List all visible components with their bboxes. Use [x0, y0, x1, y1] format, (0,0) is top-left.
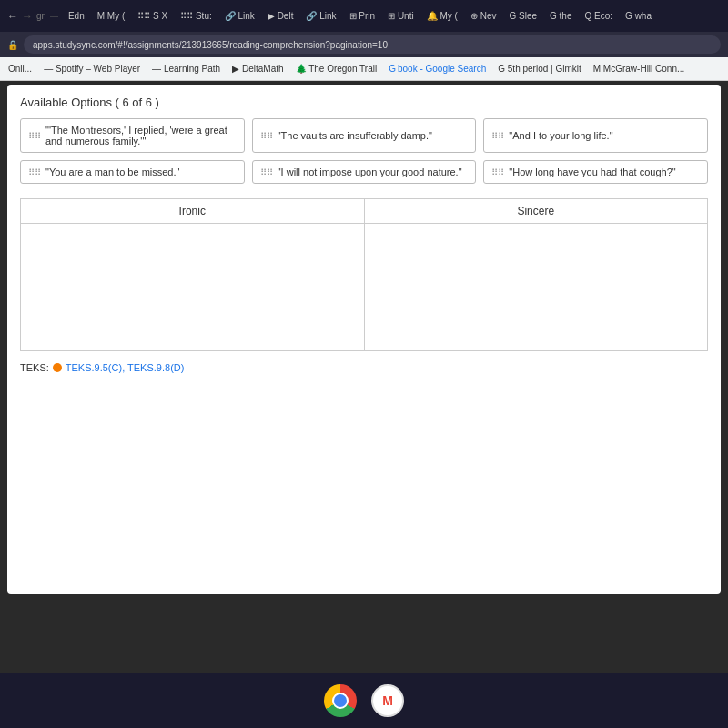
bookmark-oregon[interactable]: 🌲 The Oregon Trail: [291, 62, 382, 76]
gmail-taskbar-icon[interactable]: M: [371, 684, 404, 717]
section-title: Available Options ( 6 of 6 ): [20, 96, 708, 109]
column-sincere: Sincere: [364, 199, 708, 224]
tab-label-gr: gr: [36, 11, 45, 21]
sort-table-row: [21, 224, 708, 351]
bookmark-google-search[interactable]: G book - Google Search: [384, 62, 490, 76]
tab-edn[interactable]: Edn: [64, 9, 89, 23]
tab-delt[interactable]: ▶ Delt: [263, 9, 298, 23]
sort-table: Ironic Sincere: [20, 198, 708, 351]
bookmarks-bar: Onli... — Spotify – Web Player — Learnin…: [0, 57, 728, 81]
option-card-4[interactable]: ⠿⠿ "You are a man to be missed.": [20, 160, 245, 184]
taskbar: M: [0, 673, 728, 728]
column-ironic: Ironic: [21, 199, 365, 224]
option-card-6[interactable]: ⠿⠿ "How long have you had that cough?": [483, 160, 708, 184]
address-input[interactable]: [24, 35, 721, 54]
drag-handle-4: ⠿⠿: [28, 167, 41, 177]
teks-circle-icon: [53, 363, 62, 372]
teks-footer: TEKS: TEKS.9.5(C), TEKS.9.8(D): [20, 362, 708, 373]
browser-tab-bar: ← → gr — Edn M My ( ⠿⠿ S X ⠿⠿ Stu: 🔗 Lin…: [0, 0, 728, 32]
tab-myg[interactable]: M My (: [93, 9, 130, 23]
tab-unti[interactable]: ⊞ Unti: [383, 9, 419, 23]
option-card-1[interactable]: ⠿⠿ "'The Montresors,' I replied, 'were a…: [20, 118, 245, 153]
tab-link2[interactable]: 🔗 Link: [301, 9, 340, 23]
sincere-drop-zone[interactable]: [364, 224, 708, 351]
tab-slee[interactable]: G Slee: [504, 9, 541, 23]
bookmark-learning[interactable]: — Learning Path: [147, 62, 225, 76]
page-content: Available Options ( 6 of 6 ) ⠿⠿ "'The Mo…: [7, 85, 721, 594]
bookmark-onli[interactable]: Onli...: [4, 62, 36, 76]
option-card-5[interactable]: ⠿⠿ "I will not impose upon your good nat…: [252, 160, 477, 184]
tab-eco[interactable]: Q Eco:: [581, 9, 618, 23]
bookmark-mcgrawhill[interactable]: M McGraw-Hill Conn...: [589, 62, 690, 76]
option-card-3[interactable]: ⠿⠿ "And I to your long life.": [483, 118, 708, 153]
teks-codes[interactable]: TEKS.9.5(C), TEKS.9.8(D): [66, 362, 185, 373]
bookmark-spotify[interactable]: — Spotify – Web Player: [39, 62, 145, 76]
drag-handle-2: ⠿⠿: [260, 131, 273, 141]
options-row-1: ⠿⠿ "'The Montresors,' I replied, 'were a…: [20, 118, 708, 153]
tab-the[interactable]: G the: [545, 9, 576, 23]
tab-back-arrow[interactable]: ←: [7, 10, 18, 23]
drag-handle-5: ⠿⠿: [260, 167, 273, 177]
tab-wha[interactable]: G wha: [621, 9, 656, 23]
lock-icon: 🔒: [7, 40, 18, 50]
tab-myl[interactable]: 🔔 My (: [422, 9, 462, 23]
chrome-taskbar-icon[interactable]: [324, 684, 357, 717]
bookmark-deltamath[interactable]: ▶ DeltaMath: [228, 62, 288, 76]
ironic-drop-zone[interactable]: [21, 224, 365, 351]
tab-stu[interactable]: ⠿⠿ Stu:: [176, 9, 217, 23]
bookmark-gimkit[interactable]: G 5th period | Gimkit: [493, 62, 586, 76]
drag-handle-3: ⠿⠿: [491, 131, 504, 141]
drag-handle-6: ⠿⠿: [491, 167, 504, 177]
options-row-2: ⠿⠿ "You are a man to be missed." ⠿⠿ "I w…: [20, 160, 708, 184]
tab-link1[interactable]: 🔗 Link: [220, 9, 259, 23]
option-card-2[interactable]: ⠿⠿ "The vaults are insufferably damp.": [252, 118, 477, 153]
teks-label: TEKS:: [20, 362, 49, 373]
tab-prin[interactable]: ⊞ Prin: [345, 9, 380, 23]
address-bar: 🔒: [0, 32, 728, 57]
tab-sx[interactable]: ⠿⠿ S X: [133, 9, 172, 23]
tab-nev[interactable]: ⊕ Nev: [466, 9, 501, 23]
options-grid: ⠿⠿ "'The Montresors,' I replied, 'were a…: [20, 118, 708, 184]
drag-handle-1: ⠿⠿: [28, 131, 41, 141]
tab-forward-arrow[interactable]: →: [22, 10, 33, 23]
